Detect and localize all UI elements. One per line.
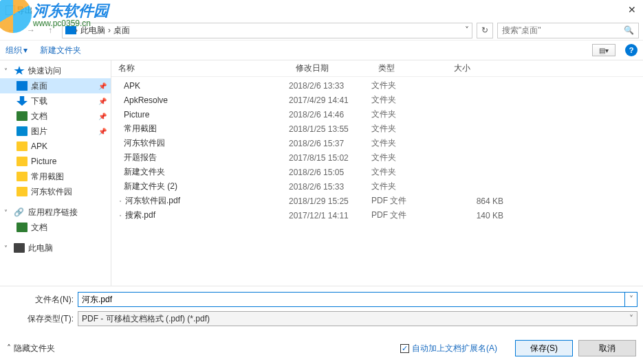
file-row[interactable]: 新建文件夹2018/2/6 15:05文件夹 [111, 165, 643, 179]
file-name: 搜索.pdf [125, 209, 155, 221]
footer: ˄ 隐藏文件夹 ✓ 自动加上文档扩展名(A) 保存(S) 取消 [0, 333, 643, 362]
folder-icon [17, 141, 28, 151]
col-date[interactable]: 修改日期 [289, 62, 371, 74]
file-name: 常用截图 [124, 123, 157, 135]
help-button[interactable]: ? [625, 44, 637, 56]
file-row[interactable]: 河东软件园.pdf2018/1/29 15:25PDF 文件864 KB [111, 194, 643, 208]
col-name[interactable]: 名称 [111, 62, 289, 74]
chevron-up-icon: ˄ [7, 343, 11, 353]
expand-icon[interactable]: ˅ [4, 209, 12, 216]
file-list: APK2018/2/6 13:33文件夹ApkResolve2017/4/29 … [111, 77, 643, 286]
sidebar-desktop[interactable]: 桌面📌 [0, 78, 111, 93]
crumb-thispc[interactable]: 此电脑 [80, 25, 105, 36]
nav-back-icon[interactable]: ← [4, 23, 19, 38]
file-row[interactable]: 新建文件夹 (2)2018/2/6 15:33文件夹 [111, 179, 643, 194]
file-row[interactable]: 河东软件园2018/2/6 15:37文件夹 [111, 136, 643, 150]
file-name: 河东软件园 [124, 137, 165, 149]
document-icon [17, 111, 28, 121]
save-button[interactable]: 保存(S) [515, 340, 573, 356]
file-name: 新建文件夹 [124, 166, 165, 178]
sidebar-thispc[interactable]: ˅此电脑 [0, 240, 111, 255]
chevron-right-icon: › [75, 25, 78, 35]
window-title: 导出 [17, 5, 33, 16]
pdf-icon [120, 215, 121, 216]
file-type: 文件夹 [371, 137, 447, 149]
file-row[interactable]: Picture2018/2/6 14:46文件夹 [111, 107, 643, 122]
expand-icon[interactable]: ˅ [4, 67, 12, 75]
hide-folders-button[interactable]: ˄ 隐藏文件夹 [7, 343, 55, 354]
crumb-desktop[interactable]: 桌面 [113, 25, 130, 36]
sidebar-applinks-docs[interactable]: 文档 [0, 220, 111, 235]
breadcrumb[interactable]: › 此电脑 › 桌面 ˅ [62, 23, 472, 38]
file-name: ApkResolve [124, 95, 168, 105]
search-input[interactable]: 搜索"桌面" 🔍 [497, 23, 639, 38]
sidebar-screenshots[interactable]: 常用截图 [0, 169, 111, 184]
file-size: 864 KB [447, 196, 509, 206]
toolbar: 组织 ▾ 新建文件夹 ▤ ▾ ? [0, 40, 643, 60]
expand-icon[interactable]: ˅ [4, 244, 12, 252]
file-date: 2018/1/25 13:55 [289, 124, 371, 134]
file-date: 2018/2/6 14:46 [289, 110, 371, 120]
file-type: 文件夹 [371, 80, 447, 91]
sidebar-hedong[interactable]: 河东软件园 [0, 184, 111, 199]
sidebar-apk[interactable]: APK [0, 139, 111, 154]
chevron-down-icon: ▾ [23, 45, 28, 55]
sidebar-pictures[interactable]: 图片📌 [0, 124, 111, 139]
search-placeholder: 搜索"桌面" [502, 25, 541, 36]
pc-icon [14, 243, 25, 253]
svg-rect-0 [6, 5, 15, 15]
file-area: 名称 修改日期 类型 大小 APK2018/2/6 13:33文件夹ApkRes… [111, 60, 643, 286]
nav-up-icon[interactable]: ↑ [43, 23, 58, 38]
chevron-down-icon: ˅ [629, 314, 633, 323]
organize-button[interactable]: 组织 ▾ [6, 45, 28, 56]
file-date: 2018/2/6 15:05 [289, 168, 371, 177]
file-row[interactable]: ApkResolve2017/4/29 14:41文件夹 [111, 93, 643, 107]
col-type[interactable]: 类型 [371, 62, 447, 74]
file-row[interactable]: 常用截图2018/1/25 13:55文件夹 [111, 122, 643, 136]
view-mode-button[interactable]: ▤ ▾ [592, 44, 615, 56]
file-date: 2018/2/6 15:33 [289, 182, 371, 192]
file-name: 河东软件园.pdf [125, 195, 180, 207]
sidebar-documents[interactable]: 文档📌 [0, 109, 111, 124]
column-headers: 名称 修改日期 类型 大小 [111, 60, 643, 77]
file-date: 2018/2/6 15:37 [289, 139, 371, 148]
file-row[interactable]: 开题报告2017/8/15 15:02文件夹 [111, 150, 643, 165]
body-area: ˅快速访问 桌面📌 下载📌 文档📌 图片📌 APK Picture 常用截图 河… [0, 60, 643, 286]
file-name: 开题报告 [124, 152, 157, 163]
document-icon [17, 223, 28, 232]
titlebar: 导出 ✕ [0, 0, 643, 21]
filename-dropdown-icon[interactable]: ˅ [625, 292, 637, 307]
file-name: 新建文件夹 (2) [124, 181, 177, 192]
app-icon [6, 5, 15, 15]
file-row[interactable]: APK2018/2/6 13:33文件夹 [111, 78, 643, 93]
sidebar-downloads[interactable]: 下载📌 [0, 93, 111, 109]
filetype-combo[interactable]: PDF - 可移植文档格式 (.pdf) (*.pdf) ˅ [78, 311, 637, 326]
col-size[interactable]: 大小 [447, 62, 509, 74]
star-icon [14, 66, 25, 76]
file-date: 2017/12/1 14:11 [289, 211, 371, 220]
file-row[interactable]: 搜索.pdf2017/12/1 14:11PDF 文件140 KB [111, 208, 643, 223]
close-button[interactable]: ✕ [628, 4, 636, 15]
new-folder-button[interactable]: 新建文件夹 [40, 45, 81, 56]
cancel-button[interactable]: 取消 [578, 340, 636, 356]
pdf-icon [120, 201, 121, 202]
file-type: 文件夹 [371, 123, 447, 135]
folder-icon [17, 172, 28, 181]
sidebar-picture-en[interactable]: Picture [0, 154, 111, 169]
filetype-label: 保存类型(T): [6, 313, 78, 325]
file-date: 2017/8/15 15:02 [289, 153, 371, 163]
refresh-button[interactable]: ↻ [477, 23, 493, 38]
file-type: 文件夹 [371, 94, 447, 106]
file-date: 2018/2/6 13:33 [289, 81, 371, 91]
nav-forward-icon[interactable]: → [23, 23, 39, 38]
file-type: 文件夹 [371, 166, 447, 178]
sidebar-quick-access[interactable]: ˅快速访问 [0, 63, 111, 78]
auto-extension-checkbox[interactable]: ✓ 自动加上文档扩展名(A) [400, 343, 497, 354]
filename-label: 文件名(N): [6, 294, 78, 306]
breadcrumb-dropdown-icon[interactable]: ˅ [465, 25, 469, 35]
sidebar-applinks[interactable]: ˅🔗应用程序链接 [0, 205, 111, 220]
filename-input[interactable] [78, 292, 625, 307]
search-icon[interactable]: 🔍 [624, 25, 634, 35]
picture-icon [17, 126, 28, 136]
file-type: PDF 文件 [371, 209, 447, 221]
